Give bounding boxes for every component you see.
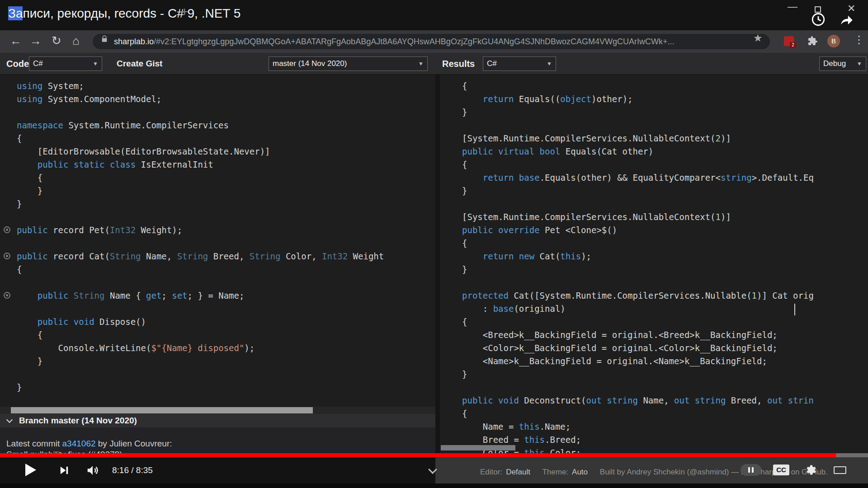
branch-header-text: Branch master (14 Nov 2020) bbox=[19, 414, 137, 427]
text-cursor bbox=[794, 304, 795, 315]
pause-icon bbox=[752, 467, 754, 473]
code-editor[interactable]: using System;using System.ComponentModel… bbox=[17, 80, 384, 394]
theater-mode-icon[interactable] bbox=[834, 466, 846, 474]
commit-suffix: by Julien Couvreur: bbox=[96, 439, 172, 448]
results-pane[interactable]: { return Equals((object)other);} [System… bbox=[440, 75, 868, 453]
editor-value[interactable]: Default bbox=[506, 468, 530, 476]
results-language-value: C# bbox=[487, 59, 497, 68]
code-line: namespace System.Runtime.CompilerService… bbox=[17, 119, 384, 132]
credit-text[interactable]: Built by Andrey Shchekin (@ashmind) — se… bbox=[600, 468, 828, 476]
code-line bbox=[17, 211, 384, 224]
home-icon[interactable]: ⌂ bbox=[72, 34, 80, 48]
watch-later-icon[interactable] bbox=[811, 12, 826, 27]
chevron-down-icon: ▼ bbox=[857, 61, 862, 67]
code-line: <Breed>k__BackingField = original.<Breed… bbox=[462, 328, 814, 342]
code-line: return base.Equals(other) && EqualityCom… bbox=[462, 171, 814, 184]
inspect-icon[interactable] bbox=[4, 226, 10, 233]
code-line: Console.WriteLine($"{Name} disposed"); bbox=[17, 342, 384, 355]
settings-gear-icon[interactable] bbox=[804, 464, 816, 476]
forward-icon[interactable]: → bbox=[30, 34, 42, 48]
puzzle-icon[interactable] bbox=[807, 36, 818, 47]
commit-line: Latest commit a341062 by Julien Couvreur… bbox=[6, 439, 172, 449]
commit-sha-link[interactable]: a341062 bbox=[62, 439, 96, 448]
avatar[interactable]: B bbox=[827, 35, 840, 47]
code-line bbox=[17, 237, 384, 250]
code-line: public void Dispose() bbox=[17, 315, 384, 328]
video-title-rest: писи, рекорды, records - C# 9, .NET 5 bbox=[23, 6, 241, 20]
url-text[interactable]: sharplab.io/#v2:EYLgtghgzgLgpgJwDQBMQGoA… bbox=[114, 33, 674, 50]
horizontal-scrollbar[interactable] bbox=[0, 407, 435, 414]
results-view[interactable]: { return Equals((object)other);} [System… bbox=[462, 80, 814, 453]
play-button[interactable] bbox=[25, 464, 36, 476]
code-line: <Color>k__BackingField = original.<Color… bbox=[462, 342, 814, 355]
code-line: return new Cat(this); bbox=[462, 250, 814, 263]
url-path: /#v2:EYLgtghgzgLgpgJwDQBMQGoA+ABATARgFgA… bbox=[154, 37, 674, 46]
code-line: return Equals((object)other); bbox=[462, 93, 814, 106]
new-tab-button[interactable]: + bbox=[181, 5, 188, 19]
lock-icon bbox=[100, 35, 108, 43]
code-line: public override Pet <Clone>$() bbox=[462, 224, 814, 237]
code-line: public void Deconstruct(out string Name,… bbox=[462, 394, 814, 407]
code-line: using System; bbox=[17, 80, 384, 93]
commit-prefix: Latest commit bbox=[6, 439, 62, 448]
code-line: { bbox=[462, 237, 814, 250]
inspect-icon[interactable] bbox=[4, 292, 10, 299]
code-line: <Name>k__BackingField = original.<Name>k… bbox=[462, 355, 814, 368]
code-line: Breed = this.Breed; bbox=[462, 433, 814, 446]
code-line: } bbox=[462, 263, 814, 276]
code-line bbox=[17, 106, 384, 119]
extension-icon[interactable]: 2 bbox=[784, 36, 794, 46]
mode-select[interactable]: Debug▼ bbox=[819, 56, 866, 71]
code-line bbox=[17, 302, 384, 315]
code-line: } bbox=[462, 184, 814, 197]
code-line: public static class IsExternalInit bbox=[17, 158, 384, 171]
next-button[interactable] bbox=[58, 464, 71, 477]
code-language-select[interactable]: C#▼ bbox=[29, 56, 102, 71]
code-line: using System.ComponentModel; bbox=[17, 93, 384, 106]
cc-button[interactable]: CC bbox=[773, 465, 789, 475]
url-domain: sharplab.io bbox=[114, 37, 154, 46]
volume-icon[interactable] bbox=[86, 464, 99, 477]
scrollbar-thumb[interactable] bbox=[441, 445, 515, 450]
scrollbar-thumb[interactable] bbox=[11, 407, 313, 413]
code-line: public virtual bool Equals(Cat other) bbox=[462, 145, 814, 158]
code-line: : base(original) bbox=[462, 302, 814, 315]
theme-value[interactable]: Auto bbox=[572, 468, 588, 476]
bookmark-star-icon[interactable]: ★ bbox=[753, 32, 763, 44]
back-icon[interactable]: ← bbox=[10, 34, 22, 48]
code-label: Code bbox=[6, 59, 29, 69]
branch-select[interactable]: master (14 Nov 2020)▼ bbox=[269, 56, 428, 71]
progress-played bbox=[0, 453, 836, 457]
share-icon[interactable] bbox=[839, 12, 854, 27]
branch-value: master (14 Nov 2020) bbox=[273, 59, 347, 68]
code-line: protected Cat([System.Runtime.CompilerSe… bbox=[462, 289, 814, 302]
video-progress-bar[interactable] bbox=[0, 453, 868, 457]
bottom-strip bbox=[0, 483, 868, 488]
code-line: } bbox=[17, 355, 384, 368]
results-language-select[interactable]: C#▼ bbox=[483, 56, 556, 71]
branch-details-header[interactable]: Branch master (14 Nov 2020) bbox=[0, 414, 435, 427]
time-display: 8:16 / 8:35 bbox=[112, 465, 153, 475]
code-line: { bbox=[17, 132, 384, 145]
chevron-down-icon: ▼ bbox=[418, 61, 424, 67]
code-line: { bbox=[462, 80, 814, 93]
code-line: } bbox=[17, 381, 384, 394]
video-title: Записи, рекорды, records - C# 9, .NET 5 bbox=[8, 6, 241, 21]
code-editor-pane[interactable]: using System;using System.ComponentModel… bbox=[0, 75, 435, 453]
code-line: [System.Runtime.CompilerServices.Nullabl… bbox=[462, 132, 814, 145]
code-line: { bbox=[17, 263, 384, 276]
create-gist-button[interactable]: Create Gist bbox=[117, 59, 162, 69]
pause-icon bbox=[748, 467, 750, 473]
pause-pill-button[interactable] bbox=[741, 464, 761, 476]
extension-badge: 2 bbox=[790, 42, 796, 48]
reload-icon[interactable]: ↻ bbox=[52, 34, 61, 48]
pane-divider[interactable] bbox=[435, 75, 440, 453]
minimize-icon[interactable]: — bbox=[788, 1, 797, 13]
browser-menu-icon[interactable]: ⋮ bbox=[854, 33, 864, 46]
chevron-down-icon: ▼ bbox=[93, 61, 98, 67]
code-line: { bbox=[462, 315, 814, 328]
code-line bbox=[462, 119, 814, 132]
inspect-icon[interactable] bbox=[4, 253, 10, 259]
video-title-selection: За bbox=[8, 6, 23, 20]
code-line: [System.Runtime.CompilerServices.Nullabl… bbox=[462, 211, 814, 224]
